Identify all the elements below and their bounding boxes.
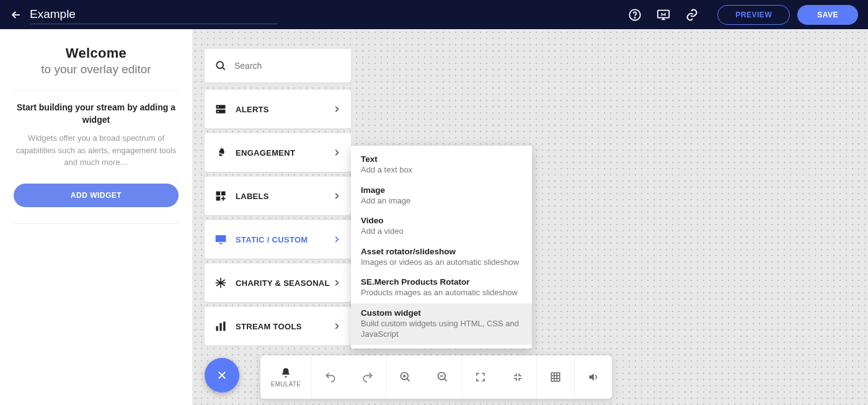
submenu-title: Asset rotator/slideshow [361, 247, 522, 256]
submenu-desc: Add a video [361, 226, 522, 237]
welcome-title: Welcome [14, 45, 179, 61]
svg-rect-12 [216, 197, 221, 201]
divider [14, 90, 179, 91]
chevron-right-icon [332, 322, 341, 331]
submenu-desc: Products images as an automatic slidesho… [361, 287, 522, 298]
svg-point-1 [635, 17, 636, 18]
exit-fullscreen-button[interactable] [499, 372, 536, 383]
help-icon[interactable] [628, 8, 642, 22]
submenu-item-text[interactable]: Text Add a text box [351, 149, 532, 180]
submenu-desc: Add an image [361, 195, 522, 207]
chevron-right-icon [332, 105, 341, 113]
submenu-desc: Images or videos as an automatic slidesh… [361, 257, 522, 268]
search-icon [215, 60, 227, 72]
chevron-right-icon [332, 148, 341, 157]
save-button[interactable]: SAVE [797, 5, 858, 25]
emulate-label: EMULATE [271, 381, 301, 388]
welcome-subtitle: to your overlay editor [14, 63, 179, 76]
redo-icon [361, 371, 374, 383]
submenu-title: Custom widget [361, 308, 522, 318]
svg-rect-7 [216, 110, 226, 113]
add-widget-button[interactable]: ADD WIDGET [14, 184, 179, 207]
chevron-right-icon [332, 278, 341, 287]
sidebar: Welcome to your overlay editor Start bui… [0, 29, 192, 405]
grid-button[interactable] [537, 372, 574, 383]
svg-point-9 [218, 111, 219, 112]
fullscreen-button[interactable] [462, 372, 499, 383]
fullscreen-icon [475, 372, 486, 383]
category-label: ENGAGEMENT [236, 148, 295, 158]
start-heading: Start building your stream by adding a w… [14, 102, 179, 126]
search-input[interactable] [234, 61, 341, 71]
volume-button[interactable] [575, 371, 612, 383]
svg-rect-16 [219, 323, 221, 331]
undo-button[interactable] [312, 371, 349, 383]
submenu-item-custom-widget[interactable]: Custom widget Build custom widgets using… [351, 303, 532, 345]
snow-icon [215, 277, 227, 289]
submenu-item-se-merch-products-rotator[interactable]: SE.Merch Products Rotator Products image… [351, 272, 532, 303]
svg-point-4 [665, 12, 666, 14]
svg-rect-20 [551, 373, 560, 381]
submenu-title: Text [361, 154, 522, 164]
category-stream-tools[interactable]: STREAM TOOLS [205, 307, 351, 345]
close-fab[interactable] [205, 358, 239, 393]
setup-icon[interactable] [657, 8, 670, 22]
chevron-right-icon [332, 192, 341, 200]
server-icon [215, 103, 227, 115]
flame-icon [215, 146, 227, 159]
category-alerts[interactable]: ALERTS [205, 90, 351, 128]
category-label: LABELS [236, 192, 269, 201]
zoom-out-button[interactable] [424, 371, 461, 383]
svg-point-3 [661, 12, 662, 14]
canvas-toolbar: EMULATE [260, 355, 612, 399]
svg-rect-6 [216, 105, 226, 109]
svg-rect-11 [221, 192, 226, 196]
link-icon[interactable] [685, 8, 699, 22]
submenu-item-asset-rotator-slideshow[interactable]: Asset rotator/slideshow Images or videos… [351, 242, 532, 273]
svg-point-5 [216, 61, 223, 68]
preview-button[interactable]: PREVIEW [717, 5, 790, 25]
back-button[interactable] [10, 9, 22, 21]
category-labels[interactable]: LABELS [205, 177, 351, 215]
submenu-item-video[interactable]: Video Add a video [351, 211, 532, 242]
submenu-title: Video [361, 216, 522, 225]
svg-rect-17 [223, 322, 225, 331]
bars-icon [215, 320, 227, 332]
zoom-out-icon [436, 371, 449, 383]
submenu: Text Add a text boxImage Add an imageVid… [351, 146, 532, 349]
svg-point-8 [218, 106, 219, 107]
svg-rect-14 [219, 243, 223, 244]
category-label: ALERTS [236, 105, 269, 114]
volume-icon [587, 371, 600, 383]
category-label: STATIC / CUSTOM [236, 235, 308, 244]
svg-rect-13 [216, 235, 226, 242]
category-engagement[interactable]: ENGAGEMENT [205, 133, 351, 172]
squares-icon [215, 190, 227, 202]
category-charity-seasonal[interactable]: CHARITY & SEASONAL [205, 264, 351, 302]
close-icon [216, 370, 228, 381]
category-label: STREAM TOOLS [236, 322, 302, 331]
category-label: CHARITY & SEASONAL [236, 278, 330, 288]
zoom-in-icon [399, 371, 412, 383]
canvas[interactable]: ALERTS ENGAGEMENT LABELS STATIC / CUSTOM… [192, 29, 868, 405]
svg-rect-15 [216, 326, 218, 331]
submenu-title: Image [361, 185, 522, 195]
submenu-title: SE.Merch Products Rotator [361, 277, 522, 287]
monitor-icon [215, 233, 227, 246]
exit-fullscreen-icon [512, 372, 523, 383]
redo-button[interactable] [349, 371, 386, 383]
zoom-in-button[interactable] [387, 371, 424, 383]
overlay-title-input[interactable] [30, 5, 278, 24]
svg-rect-10 [216, 192, 221, 196]
svg-rect-2 [658, 10, 669, 17]
emulate-button[interactable]: EMULATE [260, 367, 311, 388]
submenu-desc: Build custom widgets using HTML, CSS and… [361, 318, 522, 340]
undo-icon [324, 371, 337, 383]
submenu-desc: Add a text box [361, 164, 522, 176]
divider [14, 223, 179, 224]
category-static-custom[interactable]: STATIC / CUSTOM [205, 220, 351, 259]
chevron-right-icon [332, 235, 341, 244]
search-box[interactable] [205, 49, 351, 82]
submenu-item-image[interactable]: Image Add an image [351, 180, 532, 211]
start-description: Widgets offer you a broad spectrum of ca… [14, 132, 179, 169]
